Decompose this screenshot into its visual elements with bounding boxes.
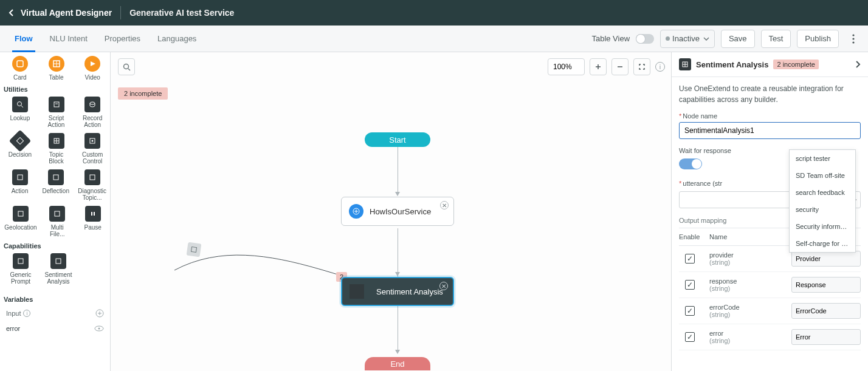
panel-description: Use OneExtend to create a reusable integ… — [679, 83, 861, 105]
palette-section-capabilities: Capabilities — [4, 242, 106, 250]
svg-point-32 — [98, 328, 100, 330]
palette-sentiment-analysis[interactable]: Sentiment Analysis — [44, 253, 73, 285]
app-title: Virtual Agent Designer — [21, 8, 112, 18]
arrow-icon — [395, 350, 400, 354]
svg-point-0 — [852, 34, 854, 36]
svg-rect-10 — [54, 102, 59, 107]
palette-table[interactable]: Table — [43, 56, 71, 81]
svg-rect-19 — [18, 175, 22, 180]
component-palette: Card Table Video Utilities Lookup Script… — [0, 52, 111, 371]
svg-point-2 — [852, 41, 854, 43]
variable-name-input[interactable] — [791, 277, 861, 293]
palette-card[interactable]: Card — [6, 56, 34, 81]
palette-action[interactable]: Action — [6, 169, 33, 201]
publish-button[interactable]: Publish — [797, 30, 839, 48]
panel-incomplete-chip: 2 incomplete — [773, 60, 818, 69]
enable-checkbox[interactable] — [685, 280, 695, 290]
tab-nlu-intent[interactable]: NLU Intent — [41, 26, 96, 52]
autocomplete-option[interactable]: script tester — [790, 150, 855, 167]
output-row-error: error(string) — [679, 324, 861, 350]
palette-video[interactable]: Video — [78, 56, 106, 81]
svg-line-9 — [21, 106, 23, 107]
palette-multi-file[interactable]: Multi File... — [44, 206, 71, 237]
enable-checkbox[interactable] — [685, 254, 695, 264]
canvas-info-icon[interactable]: i — [655, 62, 665, 72]
variable-name-input[interactable] — [791, 251, 861, 267]
top-bar: Virtual Agent Designer Generative AI tes… — [0, 0, 868, 26]
palette-script-action[interactable]: Script Action — [43, 97, 71, 128]
palette-topic-block[interactable]: Topic Block — [43, 133, 71, 165]
svg-rect-39 — [191, 247, 196, 252]
node-name-label: *Node name — [679, 112, 861, 120]
svg-rect-26 — [18, 259, 23, 264]
variable-error[interactable]: error — [4, 321, 106, 336]
enable-checkbox[interactable] — [685, 332, 695, 342]
zoom-out-button[interactable] — [611, 58, 629, 75]
node-end[interactable]: End — [365, 357, 430, 370]
remove-node-icon[interactable]: ✕ — [440, 201, 449, 209]
collapse-panel-icon[interactable] — [855, 60, 861, 69]
more-icon[interactable] — [845, 30, 862, 48]
node-name-input[interactable] — [679, 122, 861, 139]
eye-icon[interactable] — [94, 325, 104, 332]
svg-point-8 — [17, 102, 21, 106]
svg-marker-7 — [91, 61, 95, 66]
zoom-select[interactable]: 100% — [548, 58, 585, 75]
autocomplete-menu: script tester SD Team off-site search fe… — [789, 149, 856, 253]
variables-input-section[interactable]: Inputi — [4, 305, 106, 321]
context-title: Generative AI test Service — [129, 8, 234, 18]
svg-point-1 — [852, 38, 854, 39]
autocomplete-option[interactable]: security — [790, 201, 855, 218]
add-variable-icon[interactable] — [95, 309, 104, 318]
tab-flow[interactable]: Flow — [6, 26, 41, 52]
svg-point-18 — [92, 140, 94, 142]
fullscreen-button[interactable] — [633, 58, 650, 75]
palette-decision[interactable]: Decision — [6, 133, 34, 165]
tab-properties[interactable]: Properties — [96, 26, 149, 52]
wait-for-response-label: Wait for response — [679, 147, 731, 154]
palette-generic-prompt[interactable]: Generic Prompt — [6, 253, 35, 285]
node-how-is-our-service[interactable]: HowIsOurService ✕ — [341, 197, 454, 226]
variable-name-input[interactable] — [791, 303, 861, 319]
svg-rect-20 — [53, 175, 58, 180]
status-dropdown[interactable]: Inactive — [660, 30, 715, 48]
enable-checkbox[interactable] — [685, 306, 695, 316]
palette-custom-control[interactable]: Custom Control — [78, 133, 106, 165]
palette-deflection[interactable]: Deflection — [42, 169, 69, 201]
svg-point-12 — [90, 102, 95, 104]
canvas-search-icon[interactable] — [118, 58, 135, 75]
palette-lookup[interactable]: Lookup — [6, 97, 34, 128]
save-button[interactable]: Save — [721, 30, 755, 48]
properties-panel: Sentiment Analysis 2 incomplete Use OneE… — [671, 52, 868, 371]
info-icon: i — [23, 310, 30, 317]
table-view-toggle[interactable] — [636, 34, 654, 44]
node-sentiment-analysis[interactable]: Sentiment Analysis ✕ — [341, 277, 454, 306]
wait-for-response-toggle[interactable] — [679, 158, 702, 169]
test-button[interactable]: Test — [761, 30, 791, 48]
node-start[interactable]: Start — [365, 132, 430, 147]
flow-canvas[interactable]: 2 incomplete 100% i Start HowIsOurServic… — [111, 52, 671, 371]
arrow-icon — [395, 192, 400, 196]
panel-title: Sentiment Analysis — [696, 60, 768, 69]
palette-pause[interactable]: Pause — [80, 206, 107, 237]
autocomplete-option[interactable]: search feedback — [790, 184, 855, 201]
autocomplete-option[interactable]: SD Team off-site — [790, 167, 855, 184]
title-divider — [120, 6, 121, 19]
variable-name-input[interactable] — [791, 329, 861, 345]
svg-rect-21 — [90, 175, 95, 180]
output-row-response: response(string) — [679, 272, 861, 298]
remove-node-icon[interactable]: ✕ — [439, 282, 448, 290]
output-row-errorcode: errorCode(string) — [679, 298, 861, 324]
back-icon[interactable] — [7, 9, 16, 17]
canvas-incomplete-badge[interactable]: 2 incomplete — [118, 87, 168, 100]
autocomplete-option[interactable]: Self-charge for Lyft — [790, 235, 855, 252]
tabs-bar: Flow NLU Intent Properties Languages Tab… — [0, 26, 868, 52]
palette-diagnostic-topic[interactable]: Diagnostic Topic... — [78, 169, 106, 201]
tab-languages[interactable]: Languages — [149, 26, 205, 52]
autocomplete-option[interactable]: Security information — [790, 218, 855, 235]
status-dot-icon — [666, 36, 670, 41]
zoom-in-button[interactable] — [590, 58, 607, 75]
palette-record-action[interactable]: Record Action — [78, 97, 106, 128]
utterance-label: *utterance (str — [679, 180, 722, 187]
palette-geolocation[interactable]: Geolocation — [6, 206, 35, 237]
